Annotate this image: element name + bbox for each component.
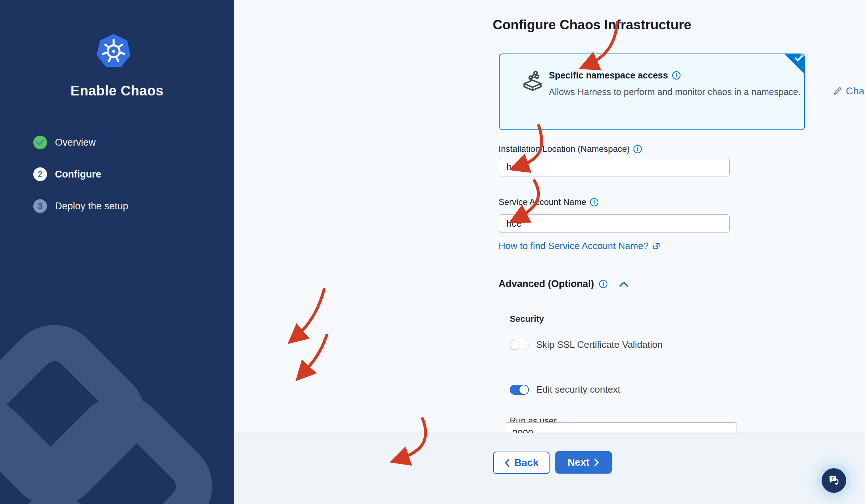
namespace-label-row: Installation Location (Namespace) i — [499, 144, 642, 154]
info-icon[interactable]: i — [590, 198, 598, 206]
run-as-user-input[interactable] — [505, 422, 737, 433]
service-account-help-link[interactable]: How to find Service Account Name? — [499, 240, 660, 252]
step-configure[interactable]: 2 Configure — [33, 167, 128, 181]
back-button[interactable]: Back — [493, 452, 550, 474]
back-label: Back — [514, 457, 539, 469]
pencil-icon — [833, 86, 842, 96]
change-access-link[interactable]: Change — [833, 85, 865, 97]
step-overview[interactable]: Overview — [33, 136, 128, 149]
chevron-up-icon — [619, 281, 628, 287]
advanced-section-header: Advanced (Optional) i — [499, 278, 628, 290]
step-complete-circle — [33, 136, 47, 149]
next-label: Next — [568, 457, 590, 468]
configure-chaos-infrastructure-dialog: Enable Chaos Overview 2 Configure 3 Depl… — [0, 0, 865, 504]
dialog-scroll-content: Configure Chaos Infrastructure — [234, 0, 865, 433]
edit-security-context-row: Edit security context — [510, 384, 620, 395]
service-account-label: Service Account Name — [499, 197, 586, 207]
wizard-title: Enable Chaos — [0, 83, 234, 99]
info-icon[interactable]: i — [599, 280, 607, 288]
step-number: 2 — [33, 167, 47, 181]
toggle-knob — [510, 341, 519, 349]
change-label: Change — [846, 85, 865, 97]
wizard-steps: Overview 2 Configure 3 Deploy the setup — [33, 136, 128, 231]
skip-ssl-label: Skip SSL Certificate Validation — [536, 339, 663, 350]
access-card-title: Specific namespace access — [549, 70, 668, 81]
namespace-icon — [521, 70, 544, 93]
edit-security-context-label: Edit security context — [536, 384, 620, 395]
step-label: Deploy the setup — [55, 201, 128, 212]
service-account-input[interactable] — [499, 214, 730, 233]
check-icon — [36, 139, 44, 146]
info-icon[interactable]: i — [633, 145, 642, 153]
advanced-label: Advanced (Optional) — [499, 278, 594, 290]
skip-ssl-row: Skip SSL Certificate Validation — [510, 339, 663, 350]
skip-ssl-toggle[interactable] — [510, 340, 529, 350]
wizard-sidebar: Enable Chaos Overview 2 Configure 3 Depl… — [0, 0, 234, 504]
toggle-knob — [520, 385, 528, 394]
security-section-label: Security — [510, 314, 544, 324]
access-card-description: Allows Harness to perform and monitor ch… — [549, 85, 817, 99]
dialog-main: Configure Chaos Infrastructure — [234, 0, 865, 504]
selected-corner-badge — [784, 54, 805, 74]
collapse-advanced-button[interactable] — [619, 281, 628, 287]
step-label: Configure — [55, 169, 101, 180]
help-chat-button[interactable]: ? — [822, 468, 846, 493]
next-button[interactable]: Next — [555, 451, 612, 474]
info-icon[interactable]: i — [672, 71, 680, 80]
service-account-label-row: Service Account Name i — [499, 197, 598, 207]
page-title: Configure Chaos Infrastructure — [493, 17, 691, 33]
step-deploy[interactable]: 3 Deploy the setup — [33, 199, 128, 213]
chevron-right-icon — [594, 458, 599, 467]
chat-question-icon: ? — [827, 474, 841, 487]
step-label: Overview — [55, 137, 96, 148]
svg-text:?: ? — [831, 476, 834, 481]
namespace-access-card[interactable]: Specific namespace access i Allows Harne… — [499, 54, 805, 130]
namespace-label: Installation Location (Namespace) — [499, 144, 630, 154]
step-number: 3 — [33, 199, 47, 213]
help-link-label: How to find Service Account Name? — [499, 240, 649, 252]
kubernetes-logo — [96, 33, 132, 69]
edit-security-context-toggle[interactable] — [510, 385, 529, 395]
namespace-input[interactable] — [499, 158, 730, 176]
harness-watermark — [0, 0, 234, 504]
dialog-footer: Back Next — [234, 433, 865, 504]
external-link-icon — [652, 242, 660, 250]
chevron-left-icon — [504, 458, 510, 467]
